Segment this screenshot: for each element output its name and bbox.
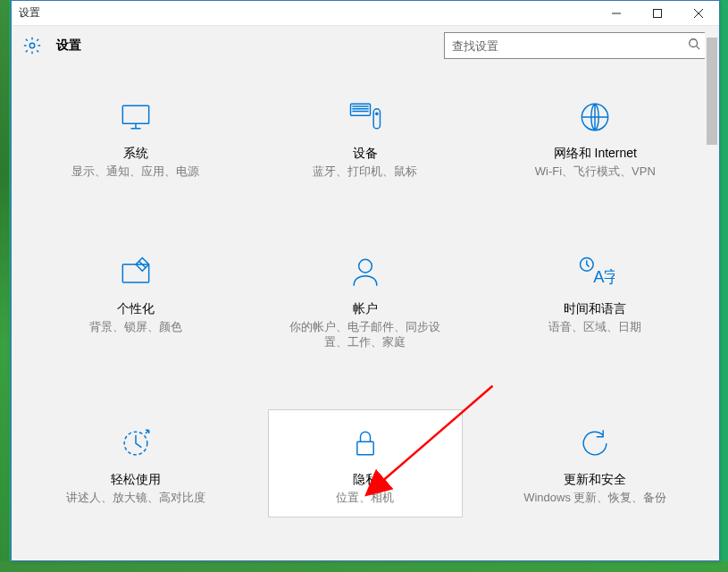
desktop-background-left xyxy=(0,0,9,572)
tile-personalization[interactable]: 个性化 背景、锁屏、颜色 xyxy=(38,239,232,363)
svg-rect-13 xyxy=(357,442,373,455)
tile-title: 帐户 xyxy=(353,301,378,317)
tile-desc: 位置、相机 xyxy=(336,490,394,506)
tile-desc: Windows 更新、恢复、备份 xyxy=(523,490,666,506)
page-title: 设置 xyxy=(56,38,430,54)
tile-title: 时间和语言 xyxy=(564,301,626,317)
close-button[interactable] xyxy=(678,1,719,26)
search-icon xyxy=(688,38,700,54)
tile-desc: 讲述人、放大镜、高对比度 xyxy=(66,490,205,506)
titlebar: 设置 xyxy=(12,1,719,26)
devices-icon xyxy=(346,92,385,142)
minimize-icon xyxy=(612,9,621,18)
tile-ease-of-access[interactable]: 轻松使用 讲述人、放大镜、高对比度 xyxy=(38,409,232,518)
tile-title: 网络和 Internet xyxy=(554,146,637,162)
vertical-scrollbar[interactable] xyxy=(705,27,719,560)
tile-privacy[interactable]: 隐私 位置、相机 xyxy=(268,409,462,518)
svg-rect-4 xyxy=(350,104,370,115)
svg-point-2 xyxy=(690,39,698,47)
lock-icon xyxy=(346,418,385,468)
tile-title: 轻松使用 xyxy=(111,472,161,488)
tile-title: 系统 xyxy=(123,146,148,162)
search-input[interactable] xyxy=(452,39,688,53)
tile-title: 设备 xyxy=(353,146,378,162)
update-icon xyxy=(575,418,615,468)
window-controls xyxy=(596,1,719,26)
tile-devices[interactable]: 设备 蓝牙、打印机、鼠标 xyxy=(268,83,462,192)
minimize-button[interactable] xyxy=(596,1,637,26)
tile-desc: 你的帐户、电子邮件、同步设置、工作、家庭 xyxy=(289,319,441,350)
svg-point-6 xyxy=(375,113,379,116)
header: 设置 xyxy=(12,26,719,65)
svg-rect-0 xyxy=(654,9,662,17)
scrollbar-thumb[interactable] xyxy=(707,38,717,145)
svg-point-9 xyxy=(359,259,372,273)
svg-rect-5 xyxy=(373,109,380,129)
maximize-icon xyxy=(653,9,662,18)
display-icon xyxy=(116,92,155,142)
svg-rect-3 xyxy=(122,105,148,123)
tile-accounts[interactable]: 帐户 你的帐户、电子邮件、同步设置、工作、家庭 xyxy=(268,239,462,363)
settings-grid: 系统 显示、通知、应用、电源 设备 蓝牙、打印机、鼠标 网络和 Internet… xyxy=(38,83,692,517)
time-language-icon: A字 xyxy=(575,248,615,298)
gear-icon xyxy=(22,36,42,55)
tile-desc: 蓝牙、打印机、鼠标 xyxy=(313,164,417,180)
tile-time-language[interactable]: A字 时间和语言 语音、区域、日期 xyxy=(498,239,692,363)
tile-update-security[interactable]: 更新和安全 Windows 更新、恢复、备份 xyxy=(498,409,692,518)
tile-title: 个性化 xyxy=(117,301,155,317)
content-area: 系统 显示、通知、应用、电源 设备 蓝牙、打印机、鼠标 网络和 Internet… xyxy=(12,65,719,560)
globe-icon xyxy=(575,92,615,142)
close-icon xyxy=(694,9,703,18)
svg-text:A字: A字 xyxy=(593,267,615,286)
search-box[interactable] xyxy=(444,32,708,59)
window-title: 设置 xyxy=(12,5,596,21)
settings-window: 设置 设置 xyxy=(11,0,720,561)
tile-title: 隐私 xyxy=(353,472,378,488)
tile-desc: 语音、区域、日期 xyxy=(548,319,641,335)
ease-of-access-icon xyxy=(116,418,155,468)
personalize-icon xyxy=(116,248,155,298)
tile-system[interactable]: 系统 显示、通知、应用、电源 xyxy=(38,83,232,192)
maximize-button[interactable] xyxy=(637,1,678,26)
person-icon xyxy=(346,248,385,298)
svg-point-1 xyxy=(29,43,35,48)
tile-desc: 显示、通知、应用、电源 xyxy=(71,164,199,180)
tile-title: 更新和安全 xyxy=(564,472,626,488)
tile-desc: Wi-Fi、飞行模式、VPN xyxy=(535,164,656,180)
desktop-background-bottom xyxy=(0,561,728,572)
tile-desc: 背景、锁屏、颜色 xyxy=(89,319,182,335)
tile-network[interactable]: 网络和 Internet Wi-Fi、飞行模式、VPN xyxy=(498,83,692,192)
